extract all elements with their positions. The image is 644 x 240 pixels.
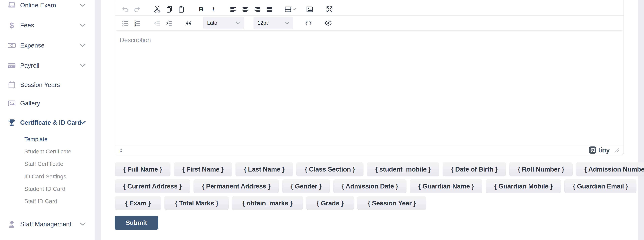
font-family-value: Lato bbox=[207, 20, 217, 26]
sidebar-subitem-student-certificate[interactable]: Student Certificate bbox=[24, 147, 72, 155]
trophy-icon bbox=[7, 118, 16, 127]
sidebar-item-online-exam[interactable]: Online Exam bbox=[0, 0, 95, 11]
svg-text:3: 3 bbox=[134, 24, 136, 26]
chevron-down-icon bbox=[236, 21, 240, 24]
outdent-icon[interactable] bbox=[151, 18, 163, 28]
sidebar-item-payroll[interactable]: Payroll bbox=[0, 60, 95, 71]
tag-session-year-button[interactable]: { Session Year } bbox=[357, 196, 426, 210]
tag-first-name-button[interactable]: { First Name } bbox=[174, 163, 232, 176]
sidebar-item-label: Staff Management bbox=[20, 221, 72, 228]
rich-text-editor: B I 123 bbox=[115, 0, 624, 155]
font-size-select[interactable]: 12pt bbox=[254, 17, 293, 29]
svg-text:B: B bbox=[199, 6, 204, 13]
sidebar-item-label: Certificate & ID Card bbox=[20, 119, 81, 126]
chevron-down-icon bbox=[80, 3, 86, 7]
sidebar-item-label: Online Exam bbox=[20, 2, 56, 9]
chevron-down-icon bbox=[80, 222, 86, 226]
insert-image-icon[interactable] bbox=[304, 4, 315, 14]
tag-last-name-button[interactable]: { Last Name } bbox=[236, 163, 293, 176]
blockquote-icon[interactable] bbox=[183, 18, 195, 28]
svg-text:$: $ bbox=[10, 21, 14, 30]
cut-icon[interactable] bbox=[151, 4, 163, 14]
resize-handle-icon[interactable] bbox=[614, 148, 619, 153]
tiny-brand-link[interactable]: tiny bbox=[589, 146, 610, 154]
tag-grade-button[interactable]: { Grade } bbox=[306, 196, 354, 210]
paste-icon[interactable] bbox=[176, 4, 187, 14]
sidebar-item-label: Expense bbox=[20, 42, 44, 49]
fullscreen-icon[interactable] bbox=[324, 4, 335, 14]
tag-admission-date-button[interactable]: { Admission Date } bbox=[333, 179, 406, 193]
tag-admission-number-button[interactable]: { Admission Number } bbox=[576, 163, 644, 176]
page-scrollbar-track[interactable] bbox=[638, 0, 644, 240]
chevron-down-icon bbox=[80, 44, 86, 47]
sidebar-subitem-id-card-settings[interactable]: ID Card Settings bbox=[24, 172, 66, 180]
chevron-down-icon bbox=[80, 23, 86, 27]
sidebar-item-gallery[interactable]: Gallery bbox=[0, 98, 95, 109]
bold-icon[interactable]: B bbox=[195, 4, 207, 14]
tag-class-section-button[interactable]: { Class Section } bbox=[296, 163, 363, 176]
table-menu-chevron-icon[interactable] bbox=[292, 8, 296, 10]
source-code-icon[interactable] bbox=[303, 18, 314, 28]
sidebar-item-expense[interactable]: 1 Expense bbox=[0, 40, 95, 51]
italic-icon[interactable]: I bbox=[208, 4, 219, 14]
tag-date-of-birth-button[interactable]: { Date of Birth } bbox=[442, 163, 506, 176]
tag-row-1: { Full Name } { First Name } { Last Name… bbox=[115, 163, 636, 176]
tag-roll-number-button[interactable]: { Roll Number } bbox=[509, 163, 572, 176]
bullet-list-icon[interactable] bbox=[120, 18, 131, 28]
tiny-logo-icon bbox=[589, 146, 596, 154]
tag-obtain-marks-button[interactable]: { obtain_marks } bbox=[232, 196, 303, 210]
sidebar-item-staff-management[interactable]: Staff Management bbox=[0, 219, 95, 230]
tag-exam-button[interactable]: { Exam } bbox=[115, 196, 161, 210]
tag-permanent-address-button[interactable]: { Permanent Address } bbox=[194, 179, 279, 193]
indent-icon[interactable] bbox=[164, 18, 175, 28]
sidebar-item-certificate-id-card[interactable]: Certificate & ID Card bbox=[0, 117, 95, 128]
calendar-icon bbox=[7, 81, 16, 89]
element-path[interactable]: p bbox=[120, 147, 122, 153]
money-bill-icon: 1 bbox=[7, 41, 16, 50]
merge-tag-buttons: { Full Name } { First Name } { Last Name… bbox=[115, 163, 636, 213]
chevron-down-icon bbox=[80, 64, 86, 67]
tag-total-marks-button[interactable]: { Total Marks } bbox=[164, 196, 228, 210]
tag-student-mobile-button[interactable]: { student_mobile } bbox=[367, 163, 439, 176]
chevron-down-icon bbox=[285, 21, 289, 24]
copy-icon[interactable] bbox=[164, 4, 175, 14]
tag-guardian-name-button[interactable]: { Guardian Name } bbox=[410, 179, 482, 193]
sidebar-item-label: Session Years bbox=[20, 81, 60, 88]
svg-text:I: I bbox=[212, 6, 214, 13]
sidebar-item-fees[interactable]: $ Fees bbox=[0, 20, 95, 31]
editor-toolbar-row1: B I bbox=[115, 3, 624, 16]
align-right-icon[interactable] bbox=[252, 4, 263, 14]
sidebar-subitem-template[interactable]: Template bbox=[24, 135, 48, 143]
font-size-value: 12pt bbox=[258, 20, 268, 26]
tag-guardian-mobile-button[interactable]: { Guardian Mobile } bbox=[486, 179, 561, 193]
preview-eye-icon[interactable] bbox=[322, 18, 334, 28]
sidebar-item-label: Fees bbox=[20, 22, 34, 29]
editor-header-edge bbox=[115, 0, 624, 3]
sidebar-subitem-staff-id-card[interactable]: Staff ID Card bbox=[24, 197, 57, 205]
tag-current-address-button[interactable]: { Current Address } bbox=[115, 179, 190, 193]
submit-button[interactable]: Submit bbox=[115, 216, 158, 230]
numbered-list-icon[interactable]: 123 bbox=[132, 18, 143, 28]
editor-content-area[interactable]: Description bbox=[115, 30, 624, 145]
sidebar-subitem-student-id-card[interactable]: Student ID Card bbox=[24, 185, 65, 193]
sidebar-scrollbar-track[interactable] bbox=[95, 0, 101, 240]
sidebar-subitem-staff-certificate[interactable]: Staff Certificate bbox=[24, 160, 63, 168]
tag-row-3: { Exam } { Total Marks } { obtain_marks … bbox=[115, 196, 636, 210]
table-icon[interactable] bbox=[283, 4, 292, 14]
sidebar: Online Exam $ Fees 1 Expense Payroll Ses… bbox=[0, 0, 95, 240]
undo-icon[interactable] bbox=[120, 4, 131, 14]
sidebar-item-session-years[interactable]: Session Years bbox=[0, 80, 95, 90]
align-justify-icon[interactable] bbox=[264, 4, 275, 14]
gallery-icon bbox=[7, 99, 16, 108]
tag-guardian-email-button[interactable]: { Guardian Email } bbox=[564, 179, 636, 193]
font-family-select[interactable]: Lato bbox=[203, 17, 244, 29]
align-left-icon[interactable] bbox=[227, 4, 239, 14]
editor-placeholder: Description bbox=[120, 37, 151, 44]
align-center-icon[interactable] bbox=[239, 4, 251, 14]
tag-full-name-button[interactable]: { Full Name } bbox=[115, 163, 170, 176]
tiny-brand-label: tiny bbox=[598, 146, 610, 154]
sidebar-item-label: Payroll bbox=[20, 62, 40, 69]
redo-icon[interactable] bbox=[132, 4, 143, 14]
tag-gender-button[interactable]: { Gender } bbox=[282, 179, 330, 193]
user-secret-icon bbox=[7, 220, 16, 229]
